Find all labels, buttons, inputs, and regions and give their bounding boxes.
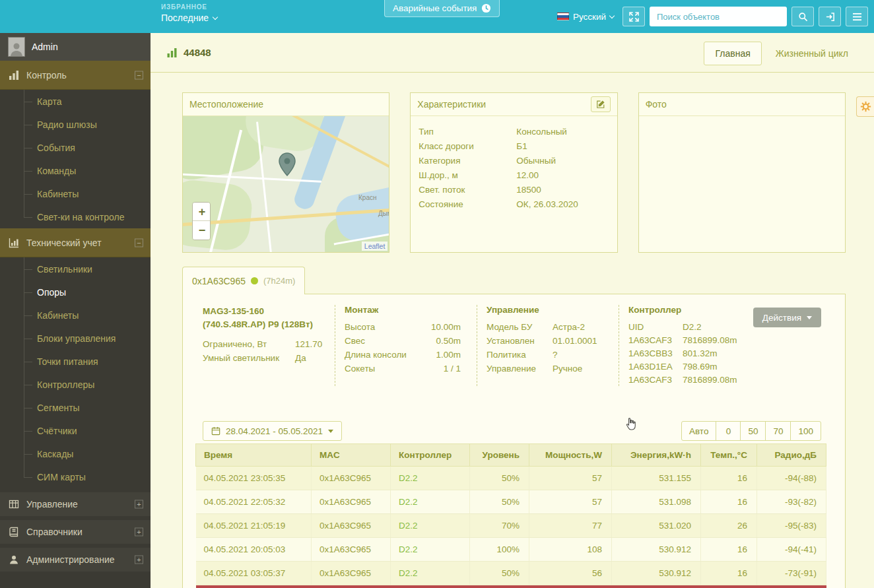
alarm-events-button[interactable]: Аварийные события — [384, 0, 500, 17]
search-input[interactable] — [650, 7, 787, 26]
sidebar-item-control-units[interactable]: Блоки управления — [0, 327, 151, 350]
item-label: Блоки управления — [37, 333, 116, 344]
user-panel[interactable]: Admin — [0, 33, 151, 61]
page-size-auto[interactable]: Авто — [681, 421, 716, 441]
expand-icon[interactable]: + — [135, 556, 143, 564]
sidebar-item-segments[interactable]: Сегменты — [0, 396, 151, 419]
cursor-pointer-icon — [624, 417, 637, 432]
map[interactable]: Красн Дым + − Leaflet — [183, 116, 389, 252]
section-label: Справочники — [26, 527, 83, 537]
sidebar-item-meters[interactable]: Счётчики — [0, 419, 151, 442]
table-row: 04.05.2021 22:05:32 0x1A63C965 D2.2 50% … — [196, 490, 826, 514]
char-row: Ш.дор., м12.00 — [419, 168, 609, 182]
sidebar-item-cabinets[interactable]: Кабинеты — [0, 182, 151, 205]
controller-link[interactable]: D2.2 — [399, 497, 418, 507]
page-title: 44848 — [184, 47, 211, 58]
controller-link[interactable]: D2.2 — [399, 521, 418, 531]
device-id: 0x1A63C965 — [192, 276, 246, 286]
favorites-dropdown[interactable]: ИЗБРАННОЕ Последние — [161, 3, 217, 23]
settings-tab[interactable] — [856, 96, 874, 117]
page-size-0[interactable]: 0 — [716, 421, 741, 441]
main-content: 44848 Главная Жизненный цикл Местоположе… — [151, 33, 874, 588]
sidebar-item-cascades[interactable]: Каскады — [0, 442, 151, 465]
sidebar-item-cabinets2[interactable]: Кабинеты — [0, 304, 151, 327]
item-label: Светильники — [37, 264, 92, 275]
controller-link[interactable]: D2.2 — [399, 544, 418, 554]
expand-icon[interactable]: + — [135, 500, 143, 509]
user-avatar — [8, 37, 25, 57]
char-row: КатегорияОбычный — [419, 153, 609, 168]
col-mac: MAC — [312, 444, 391, 467]
sidebar-section-control[interactable]: Контроль − — [0, 61, 151, 90]
date-range-label: 28.04.2021 - 05.05.2021 — [226, 426, 323, 436]
panel-characteristics: Характеристики ТипКонсольный Класс дорог… — [410, 92, 617, 253]
panel-photo: Фото — [638, 92, 846, 253]
col-energy: Энергия,kW·h — [612, 444, 701, 467]
char-row: СостояниеОК, 26.03.2020 — [419, 197, 609, 211]
table-row-alarm — [196, 585, 826, 588]
edit-icon — [596, 100, 605, 109]
sidebar-item-events[interactable]: События — [0, 136, 151, 159]
controller-link[interactable]: D2.2 — [399, 473, 418, 483]
item-label: Свет-ки на контроле — [37, 212, 124, 222]
content-header: 44848 Главная Жизненный цикл — [151, 33, 874, 73]
sidebar-item-lights-monitored[interactable]: Свет-ки на контроле — [0, 205, 151, 228]
info-row: 1A63D1EA798.69m — [628, 360, 751, 373]
sidebar-item-radio-gateways[interactable]: Радио шлюзы — [0, 113, 151, 136]
info-row: 1A63CAF37816899.08m — [628, 373, 751, 386]
sidebar-item-poles[interactable]: Опоры — [0, 280, 151, 304]
section-label: Технический учет — [26, 238, 102, 248]
sidebar-item-controllers[interactable]: Контроллеры — [0, 373, 151, 396]
page-size-70[interactable]: 70 — [765, 421, 791, 441]
info-row: Модель БУАстра-2 — [487, 320, 609, 334]
search-button[interactable] — [791, 7, 814, 26]
device-tab[interactable]: 0x1A63C965 (7h24m) — [182, 267, 305, 294]
collapse-icon[interactable]: − — [135, 71, 143, 79]
sidebar-item-sim-cards[interactable]: СИМ карты — [0, 465, 151, 488]
map-attribution[interactable]: Leaflet — [362, 242, 388, 251]
expand-icon[interactable]: + — [135, 528, 143, 537]
sidebar-item-commands[interactable]: Команды — [0, 159, 151, 182]
page-size-50[interactable]: 50 — [740, 421, 766, 441]
sidebar-section-management[interactable]: Управление + — [0, 492, 151, 516]
language-label: Русский — [573, 12, 606, 22]
favorites-selected: Последние — [161, 13, 209, 23]
menu-button[interactable] — [846, 7, 868, 26]
tab-lifecycle[interactable]: Жизненный цикл — [764, 42, 859, 65]
sidebar-section-references[interactable]: Справочники + — [0, 520, 151, 544]
zoom-out-button[interactable]: − — [193, 221, 211, 240]
map-marker-icon[interactable] — [279, 152, 296, 176]
sidebar-section-administration[interactable]: Администрирование + — [0, 548, 151, 572]
sidebar-section-tech-accounting[interactable]: Технический учет − — [0, 228, 151, 257]
edit-button[interactable] — [591, 96, 611, 112]
date-range-button[interactable]: 28.04.2021 - 05.05.2021 — [203, 421, 342, 441]
page-size-100[interactable]: 100 — [790, 421, 821, 441]
info-row: Ограничено, Вт121.70 — [203, 337, 325, 351]
russian-flag-icon — [557, 13, 569, 20]
col-controller: Контроллер — [391, 444, 470, 467]
item-label: Точки питания — [37, 356, 98, 367]
sidebar-item-map[interactable]: Карта — [0, 90, 151, 113]
controller-link[interactable]: D2.2 — [399, 568, 418, 578]
logout-button[interactable] — [819, 7, 841, 26]
book-icon — [8, 526, 20, 538]
chevron-down-icon — [213, 14, 218, 19]
tab-main[interactable]: Главная — [704, 42, 761, 65]
sidebar-item-power-points[interactable]: Точки питания — [0, 350, 151, 373]
col-temp: Темп.,°C — [701, 444, 757, 467]
fullscreen-button[interactable] — [622, 7, 645, 26]
fullscreen-icon — [629, 12, 639, 22]
col-level: Уровень — [470, 444, 529, 467]
language-selector[interactable]: Русский — [557, 12, 614, 22]
device-uptime: (7h24m) — [263, 276, 295, 286]
table-icon — [8, 498, 20, 510]
map-label: Красн — [358, 194, 376, 201]
info-row: Высота10.00m — [345, 320, 461, 334]
zoom-in-button[interactable]: + — [193, 203, 211, 221]
mounting-title: Монтаж — [345, 305, 467, 315]
collapse-icon[interactable]: − — [135, 238, 143, 247]
sidebar-item-luminaires[interactable]: Светильники — [0, 257, 151, 280]
hamburger-icon — [852, 13, 862, 21]
info-row: Установлен01.01.0001 — [487, 334, 609, 348]
actions-button[interactable]: Действия — [753, 308, 821, 327]
